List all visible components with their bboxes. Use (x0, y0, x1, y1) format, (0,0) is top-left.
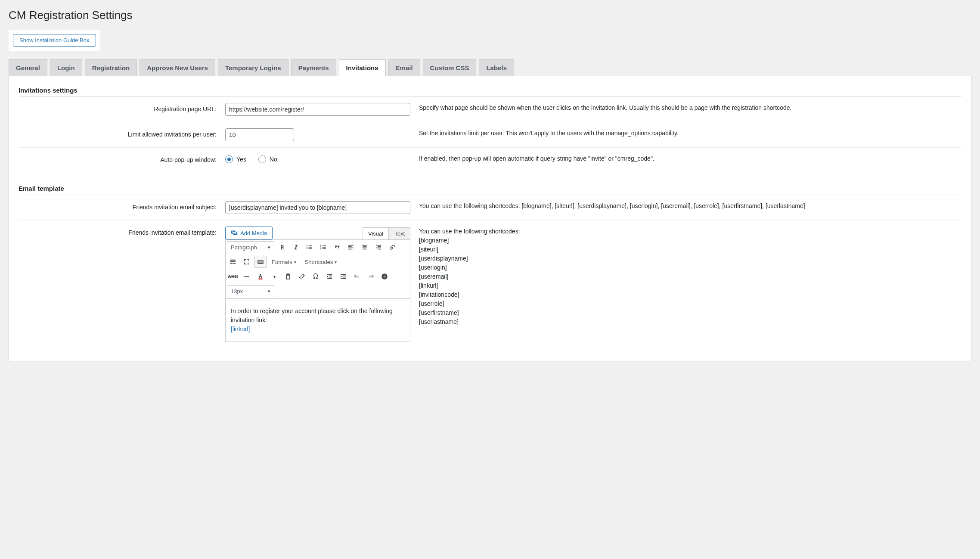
svg-rect-1 (259, 279, 263, 280)
popup-yes-label: Yes (236, 156, 246, 163)
quote-icon (333, 243, 341, 251)
editor-tab-text[interactable]: Text (389, 227, 410, 239)
tab-invitations[interactable]: Invitations (339, 59, 386, 76)
number-list-icon (319, 243, 327, 251)
section-email-template-title: Email template (19, 185, 961, 195)
outdent-button[interactable] (323, 270, 335, 283)
svg-text:?: ? (383, 274, 386, 279)
tab-registration[interactable]: Registration (85, 59, 137, 76)
media-icon (231, 230, 238, 236)
link-icon (388, 243, 396, 251)
tab-temporary-logins[interactable]: Temporary Logins (218, 59, 288, 76)
fullscreen-button[interactable] (241, 256, 253, 268)
tab-payments[interactable]: Payments (291, 59, 336, 76)
registration-url-input[interactable] (225, 103, 410, 116)
row-registration-url: Registration page URL: Specify what page… (19, 97, 961, 122)
add-media-button[interactable]: Add Media (225, 227, 273, 239)
tab-email[interactable]: Email (388, 59, 420, 76)
row-limit-invitations: Limit allowed invitations per user: Set … (19, 122, 961, 148)
shortcode-item: [useremail] (419, 272, 961, 281)
omega-icon: Ω (313, 273, 318, 280)
chevron-down-icon: ▾ (335, 260, 337, 264)
shortcode-item: [userfirstname] (419, 308, 961, 317)
add-media-label: Add Media (240, 230, 267, 236)
formats-dropdown[interactable]: Formats▾ (268, 256, 300, 268)
radio-unchecked-icon (258, 155, 266, 163)
hr-button[interactable] (241, 270, 253, 283)
help-button[interactable]: ? (378, 270, 391, 283)
specialchar-button[interactable]: Ω (310, 270, 322, 283)
strikethrough-button[interactable]: ABC (227, 270, 239, 283)
bullet-list-icon (306, 243, 313, 251)
popup-no-label: No (270, 156, 277, 163)
editor-content[interactable]: In order to register your account please… (225, 299, 410, 342)
textcolor-button[interactable] (254, 270, 267, 283)
label-email-template: Friends invitation email template: (19, 227, 217, 236)
help-email-subject: You can use the following shortcodes: [b… (419, 201, 961, 211)
align-left-icon (347, 243, 355, 251)
link-button[interactable] (386, 241, 398, 253)
label-registration-url: Registration page URL: (19, 103, 217, 112)
insert-row-button[interactable] (227, 256, 239, 268)
keyboard-icon (257, 258, 264, 266)
help-icon: ? (381, 273, 388, 280)
quote-button[interactable] (331, 241, 343, 253)
editor-tab-visual[interactable]: Visual (363, 227, 389, 239)
number-list-button[interactable] (317, 241, 329, 253)
strikethrough-icon: ABC (228, 274, 238, 279)
fontsize-select[interactable]: 13px (227, 285, 274, 297)
indent-icon (339, 273, 347, 280)
editor-link[interactable]: [linkurl] (231, 326, 250, 332)
email-subject-input[interactable] (225, 201, 410, 214)
settings-panel: Invitations settings Registration page U… (9, 76, 971, 361)
shortcode-item: [userrole] (419, 299, 961, 308)
undo-button[interactable] (351, 270, 363, 283)
paste-button[interactable] (282, 270, 294, 283)
shortcode-item: [siteurl] (419, 245, 961, 254)
italic-button[interactable] (290, 241, 302, 253)
shortcodes-dropdown[interactable]: Shortcodes▾ (301, 256, 341, 268)
popup-radio-yes[interactable]: Yes (225, 155, 246, 163)
tab-custom-css[interactable]: Custom CSS (423, 59, 477, 76)
row-email-template: Friends invitation email template: Add M… (19, 220, 961, 348)
clipboard-icon (284, 273, 292, 280)
label-email-subject: Friends invitation email subject: (19, 201, 217, 211)
align-left-button[interactable] (345, 241, 357, 253)
help-email-template: You can use the following shortcodes: [b… (419, 227, 961, 326)
popup-radio-no[interactable]: No (258, 155, 277, 163)
redo-button[interactable] (365, 270, 377, 283)
tab-general[interactable]: General (9, 59, 47, 76)
shortcodes-label: Shortcodes (305, 259, 333, 265)
redo-icon (367, 273, 375, 280)
label-auto-popup: Auto pop-up window: (19, 154, 217, 163)
show-guide-button[interactable]: Show Installation Guide Box (13, 34, 96, 47)
settings-tabs: General Login Registration Approve New U… (9, 59, 971, 76)
align-center-button[interactable] (359, 241, 371, 253)
page-title: CM Registration Settings (9, 9, 971, 22)
editor-text-line: In order to register your account please… (231, 307, 405, 325)
wysiwyg-editor: Add Media Visual Text Paragraph (225, 227, 410, 342)
align-right-button[interactable] (372, 241, 385, 253)
tab-labels[interactable]: Labels (479, 59, 514, 76)
clear-format-button[interactable] (296, 270, 308, 283)
align-right-icon (375, 243, 382, 251)
bullet-list-button[interactable] (304, 241, 316, 253)
tab-approve-new-users[interactable]: Approve New Users (140, 59, 215, 76)
textcolor-chevron-button[interactable]: ▾ (268, 270, 280, 283)
indent-button[interactable] (337, 270, 349, 283)
toolbar-toggle-button[interactable] (254, 256, 267, 268)
textcolor-icon (257, 273, 264, 280)
help-limit-invitations: Set the invitations limit per user. This… (419, 128, 961, 138)
editor-toolbar: Paragraph (225, 239, 410, 299)
format-select[interactable]: Paragraph (227, 241, 274, 253)
tab-login[interactable]: Login (50, 59, 82, 76)
shortcode-list: [blogname][siteurl][userdisplayname][use… (419, 236, 961, 326)
limit-invitations-input[interactable] (225, 128, 294, 141)
fullscreen-icon (243, 258, 251, 266)
undo-icon (353, 273, 361, 280)
help-registration-url: Specify what page should be shown when t… (419, 103, 961, 112)
italic-icon (292, 243, 300, 251)
bold-button[interactable] (276, 241, 288, 253)
shortcode-item: [userlastname] (419, 317, 961, 326)
row-email-subject: Friends invitation email subject: You ca… (19, 195, 961, 220)
